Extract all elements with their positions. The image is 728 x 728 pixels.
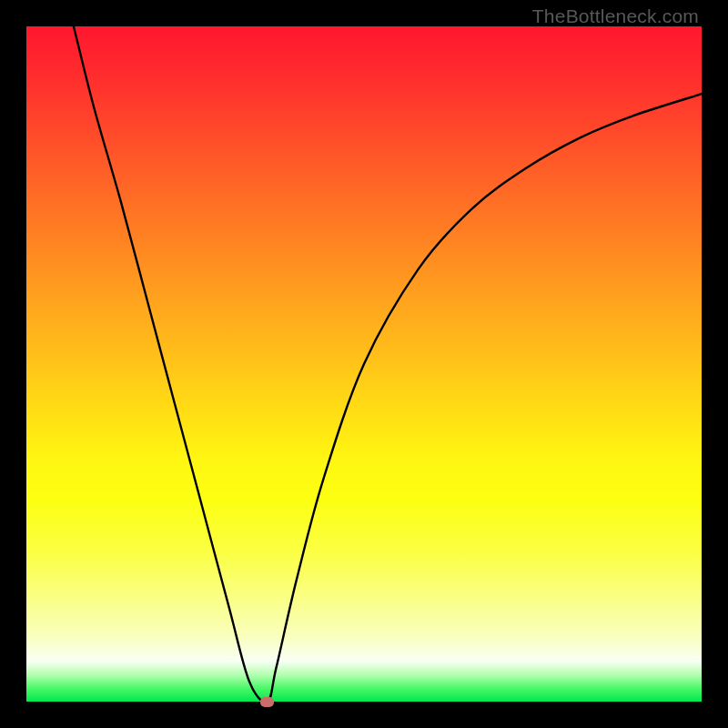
attribution-text: TheBottleneck.com xyxy=(532,5,699,27)
optimum-marker xyxy=(260,697,274,707)
bottleneck-curve xyxy=(74,26,702,702)
curve-layer xyxy=(26,26,702,702)
plot-area xyxy=(26,26,702,702)
chart-frame: TheBottleneck.com xyxy=(0,0,728,728)
